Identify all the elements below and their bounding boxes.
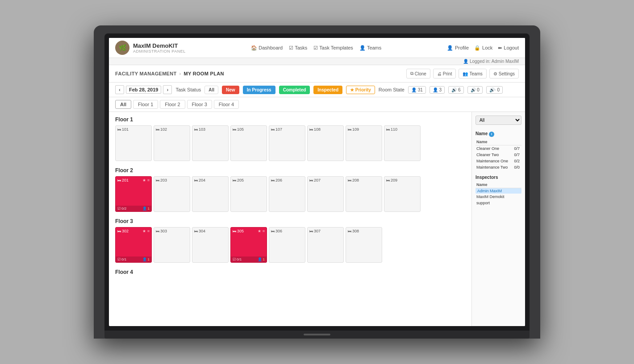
tab-floor2[interactable]: Floor 2 — [160, 100, 185, 109]
teams-button[interactable]: 👥 Teams — [459, 69, 486, 79]
room-card-307[interactable]: 🛏 307 — [307, 227, 344, 263]
logout-icon: ⬅ — [498, 45, 502, 51]
inspectors-title: Inspectors — [476, 175, 521, 180]
lock-button[interactable]: 🔒 Lock — [474, 45, 492, 51]
room-card-102[interactable]: 🛏 102 — [154, 125, 190, 161]
logout-button[interactable]: ⬅ Logout — [498, 45, 519, 51]
cleaner-tasks-header — [513, 139, 521, 145]
settings-button[interactable]: ⚙ Settings — [489, 69, 519, 79]
room-number-103: 🛏 103 — [194, 127, 205, 132]
list-item[interactable]: Maintenance One0/2 — [476, 158, 521, 164]
filter-all-button[interactable]: All — [204, 86, 218, 94]
room-assignee-302: 👤 1 — [142, 257, 150, 261]
room-card-302[interactable]: 🛏 302★≡☑ 0/1👤 1 — [115, 227, 152, 263]
room-card-205[interactable]: 🛏 205 — [230, 176, 267, 212]
info-icon: i — [489, 132, 494, 137]
room-card-103[interactable]: 🛏 103 — [192, 125, 229, 161]
nav-task-templates[interactable]: ☑ Task Templates — [313, 45, 353, 51]
list-item[interactable]: Cleaner One0/7 — [476, 145, 521, 152]
nav-tasks[interactable]: ☑ Tasks — [289, 45, 307, 51]
tab-floor4[interactable]: Floor 4 — [214, 100, 239, 109]
room-header-109: 🛏 109 — [346, 126, 382, 133]
room-card-105[interactable]: 🛏 105 — [230, 125, 267, 161]
room-header-306: 🛏 306 — [269, 228, 305, 235]
room-header-207: 🛏 207 — [308, 177, 343, 184]
room-card-303[interactable]: 🛏 303 — [154, 227, 190, 263]
bed-icon: 🛏 — [386, 178, 390, 182]
menu-icon-305[interactable]: ≡ — [263, 229, 265, 233]
filter-completed-button[interactable]: Completed — [279, 86, 310, 94]
room-number-101: 🛏 101 — [117, 127, 129, 132]
teams-icon: 👤 — [359, 45, 366, 51]
room-header-307: 🛏 307 — [308, 228, 343, 235]
room-card-204[interactable]: 🛏 204 — [192, 176, 229, 212]
filter-new-button[interactable]: New — [222, 86, 239, 94]
room-card-209[interactable]: 🛏 209 — [384, 176, 421, 212]
room-card-207[interactable]: 🛏 207 — [307, 176, 344, 212]
list-item[interactable]: MaxIM Demokit — [476, 194, 521, 200]
menu-icon-302[interactable]: ≡ — [147, 229, 150, 233]
bed-icon: 🛏 — [233, 229, 236, 233]
room-card-208[interactable]: 🛏 208 — [346, 176, 382, 212]
cleaner-tasks: 0/2 — [513, 158, 521, 164]
state-badge-4: 🔊 0 — [467, 86, 483, 94]
list-item[interactable]: Admin MaxIM — [476, 188, 521, 194]
settings-icon: ⚙ — [493, 71, 497, 76]
profile-button[interactable]: 👤 Profile — [447, 45, 469, 51]
room-card-201[interactable]: 🛏 201★≡☑ 0/2👤 1 — [115, 176, 152, 212]
list-item[interactable]: Cleaner Two0/7 — [476, 152, 521, 158]
task-icon: ☑ — [233, 257, 236, 261]
room-card-107[interactable]: 🛏 107 — [269, 125, 305, 161]
nav-dashboard[interactable]: 🏠 Dashboard — [251, 45, 283, 51]
tab-floor1[interactable]: Floor 1 — [133, 100, 158, 109]
room-number-209: 🛏 209 — [386, 178, 397, 182]
filter-in-progress-button[interactable]: In Progress — [243, 86, 275, 94]
room-header-110: 🛏 110 — [384, 126, 420, 133]
filter-inspected-button[interactable]: Inspected — [313, 86, 342, 94]
bed-icon: 🛏 — [309, 178, 313, 182]
room-state-label: Room State — [379, 87, 405, 92]
floor-section-4: Floor 4 — [115, 269, 465, 278]
menu-icon-201[interactable]: ≡ — [147, 178, 150, 182]
room-card-206[interactable]: 🛏 206 — [269, 176, 305, 212]
filter-priority-button[interactable]: ★ Priority — [346, 86, 375, 94]
nav-teams[interactable]: 👤 Teams — [359, 45, 381, 51]
bed-icon: 🛏 — [348, 128, 351, 132]
room-card-305[interactable]: 🛏 305★≡☑ 0/1👤 1 — [230, 227, 267, 263]
bed-icon: 🛏 — [271, 128, 275, 132]
room-number-206: 🛏 206 — [271, 178, 282, 182]
prev-date-button[interactable]: ‹ — [115, 85, 124, 94]
list-item[interactable]: support — [476, 200, 521, 206]
room-task-count-201: ☑ 0/2 — [117, 207, 126, 211]
list-item[interactable]: Maintenance Two0/0 — [476, 164, 521, 170]
room-card-108[interactable]: 🛏 108 — [307, 125, 344, 161]
room-number-102: 🛏 102 — [156, 127, 167, 132]
room-card-203[interactable]: 🛏 203 — [154, 176, 190, 212]
inspectors-table: Name Admin MaxIMMaxIM Demokitsupport — [476, 182, 521, 206]
rooms-panel: Floor 1🛏 101🛏 102🛏 103🛏 105🛏 107🛏 108🛏 1… — [109, 112, 471, 326]
room-assignee-201: 👤 1 — [142, 207, 150, 211]
room-footer-201: ☑ 0/2👤 1 — [116, 206, 151, 211]
cleaner-tasks: 0/0 — [513, 164, 521, 170]
print-button[interactable]: 🖨 Print — [433, 69, 456, 79]
sidebar-dropdown[interactable]: All — [476, 116, 521, 125]
tab-all[interactable]: All — [115, 100, 131, 109]
breadcrumb-current: MY ROOM PLAN — [184, 71, 224, 76]
app-title: MaxIM DemoKIT — [133, 42, 186, 49]
room-number-201: 🛏 201 — [117, 178, 129, 182]
star-icon-201: ★ — [142, 178, 146, 182]
room-card-308[interactable]: 🛏 308 — [346, 227, 382, 263]
room-card-109[interactable]: 🛏 109 — [346, 125, 382, 161]
room-card-306[interactable]: 🛏 306 — [269, 227, 305, 263]
cleaner-name: Cleaner One — [476, 145, 513, 152]
app-subtitle: ADMINISTRATION PANEL — [133, 49, 186, 54]
room-card-110[interactable]: 🛏 110 — [384, 125, 421, 161]
bed-icon: 🛏 — [156, 229, 159, 233]
room-header-103: 🛏 103 — [192, 126, 228, 133]
room-card-101[interactable]: 🛏 101 — [115, 125, 152, 161]
room-card-304[interactable]: 🛏 304 — [192, 227, 229, 263]
next-date-button[interactable]: › — [163, 85, 172, 94]
tab-floor3[interactable]: Floor 3 — [187, 100, 212, 109]
room-number-203: 🛏 203 — [156, 178, 167, 182]
clone-button[interactable]: ⧉ Clone — [406, 69, 430, 79]
